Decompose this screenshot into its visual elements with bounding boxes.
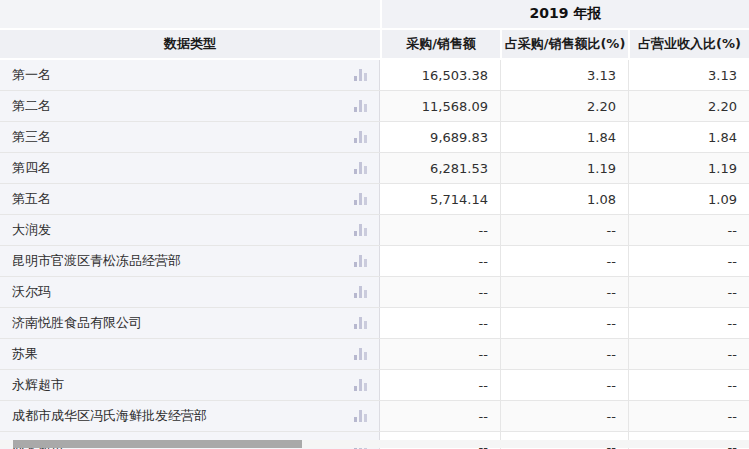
table-row: 第二名 11,568.09 2.20 2.20 <box>0 91 749 122</box>
pct-sales-cell: 3.13 <box>500 60 628 90</box>
amount-cell: -- <box>380 277 500 307</box>
pct-sales-cell: 1.08 <box>500 184 628 214</box>
amount-cell: 5,714.14 <box>380 184 500 214</box>
pct-revenue-cell: -- <box>628 308 749 338</box>
row-label-cell: 大润发 <box>0 215 380 245</box>
pct-revenue-cell: 2.20 <box>628 91 749 121</box>
pct-revenue-cell: -- <box>628 215 749 245</box>
row-label-cell: 济南悦胜食品有限公司 <box>0 308 380 338</box>
period-header: 2019 年报 <box>380 0 749 28</box>
row-label-cell: 永辉超市 <box>0 370 380 400</box>
pct-revenue-cell: 1.09 <box>628 184 749 214</box>
column-header-data-type: 数据类型 <box>0 30 380 58</box>
mini-bar-chart-icon[interactable] <box>354 255 367 267</box>
row-label: 沃尔玛 <box>12 283 51 301</box>
amount-cell: -- <box>380 401 500 431</box>
amount-cell: 6,281.53 <box>380 153 500 183</box>
pct-sales-cell: 1.84 <box>500 122 628 152</box>
row-label: 第二名 <box>12 97 51 115</box>
row-label-cell: 第二名 <box>0 91 380 121</box>
mini-bar-chart-icon[interactable] <box>354 410 367 422</box>
table-row: 大润发 -- -- -- <box>0 215 749 246</box>
row-label: 济南悦胜食品有限公司 <box>12 314 142 332</box>
pct-sales-cell: -- <box>500 308 628 338</box>
table-row: 成都市成华区冯氏海鲜批发经营部 -- -- -- <box>0 401 749 432</box>
row-label: 大润发 <box>12 221 51 239</box>
row-label-cell: 沃尔玛 <box>0 277 380 307</box>
table-row: 第五名 5,714.14 1.08 1.09 <box>0 184 749 215</box>
header-corner-cell <box>0 0 380 28</box>
row-label: 第一名 <box>12 66 51 84</box>
table-row: 永辉超市 -- -- -- <box>0 370 749 401</box>
amount-cell: 16,503.38 <box>380 60 500 90</box>
table-row: 第一名 16,503.38 3.13 3.13 <box>0 60 749 91</box>
pct-revenue-cell: -- <box>628 339 749 369</box>
table-row: 昆明市官渡区青松冻品经营部 -- -- -- <box>0 246 749 277</box>
row-label-cell: 第四名 <box>0 153 380 183</box>
row-label: 永辉超市 <box>12 376 64 394</box>
row-label-cell: 苏果 <box>0 339 380 369</box>
row-label: 第五名 <box>12 190 51 208</box>
row-label-cell: 昆明市官渡区青松冻品经营部 <box>0 246 380 276</box>
amount-cell: -- <box>380 370 500 400</box>
mini-bar-chart-icon[interactable] <box>354 100 367 112</box>
mini-bar-chart-icon[interactable] <box>354 317 367 329</box>
table-row: 济南悦胜食品有限公司 -- -- -- <box>0 308 749 339</box>
pct-sales-cell: 1.19 <box>500 153 628 183</box>
amount-cell: -- <box>380 308 500 338</box>
mini-bar-chart-icon[interactable] <box>354 162 367 174</box>
pct-revenue-cell: -- <box>628 277 749 307</box>
amount-cell: 9,689.83 <box>380 122 500 152</box>
table-body: 第一名 16,503.38 3.13 3.13 第二名 11,568.09 2.… <box>0 60 749 449</box>
mini-bar-chart-icon[interactable] <box>354 379 367 391</box>
row-label-cell: 第五名 <box>0 184 380 214</box>
amount-cell: 11,568.09 <box>380 91 500 121</box>
pct-revenue-cell: -- <box>628 401 749 431</box>
mini-bar-chart-icon[interactable] <box>354 348 367 360</box>
mini-bar-chart-icon[interactable] <box>354 224 367 236</box>
table-row: 第三名 9,689.83 1.84 1.84 <box>0 122 749 153</box>
table-row: 沃尔玛 -- -- -- <box>0 277 749 308</box>
pct-revenue-cell: 3.13 <box>628 60 749 90</box>
pct-revenue-cell: 1.84 <box>628 122 749 152</box>
amount-cell: -- <box>380 215 500 245</box>
mini-bar-chart-icon[interactable] <box>354 69 367 81</box>
pct-revenue-cell: -- <box>628 370 749 400</box>
column-header-pct-revenue: 占营业收入比(%) <box>628 30 749 58</box>
amount-cell: -- <box>380 339 500 369</box>
column-header-row: 数据类型 采购/销售额 占采购/销售额比(%) 占营业收入比(%) <box>0 30 749 60</box>
pct-revenue-cell: -- <box>628 246 749 276</box>
pct-sales-cell: -- <box>500 339 628 369</box>
row-label: 昆明市官渡区青松冻品经营部 <box>12 252 181 270</box>
pct-sales-cell: -- <box>500 277 628 307</box>
pct-sales-cell: -- <box>500 401 628 431</box>
pct-sales-cell: 2.20 <box>500 91 628 121</box>
period-header-row: 2019 年报 <box>0 0 749 30</box>
pct-sales-cell: -- <box>500 246 628 276</box>
row-label: 苏果 <box>12 345 38 363</box>
row-label-cell: 成都市成华区冯氏海鲜批发经营部 <box>0 401 380 431</box>
mini-bar-chart-icon[interactable] <box>354 286 367 298</box>
amount-cell: -- <box>380 246 500 276</box>
column-header-amount: 采购/销售额 <box>380 30 500 58</box>
pct-revenue-cell: 1.19 <box>628 153 749 183</box>
row-label: 成都市成华区冯氏海鲜批发经营部 <box>12 407 207 425</box>
financial-data-table: 2019 年报 数据类型 采购/销售额 占采购/销售额比(%) 占营业收入比(%… <box>0 0 749 449</box>
mini-bar-chart-icon[interactable] <box>354 193 367 205</box>
table-row: 第四名 6,281.53 1.19 1.19 <box>0 153 749 184</box>
scrollbar-thumb[interactable] <box>13 440 302 448</box>
horizontal-scrollbar[interactable] <box>0 440 749 448</box>
row-label-cell: 第一名 <box>0 60 380 90</box>
table-row: 苏果 -- -- -- <box>0 339 749 370</box>
pct-sales-cell: -- <box>500 215 628 245</box>
mini-bar-chart-icon[interactable] <box>354 131 367 143</box>
row-label: 第四名 <box>12 159 51 177</box>
column-header-pct-sales: 占采购/销售额比(%) <box>500 30 628 58</box>
row-label-cell: 第三名 <box>0 122 380 152</box>
pct-sales-cell: -- <box>500 370 628 400</box>
row-label: 第三名 <box>12 128 51 146</box>
